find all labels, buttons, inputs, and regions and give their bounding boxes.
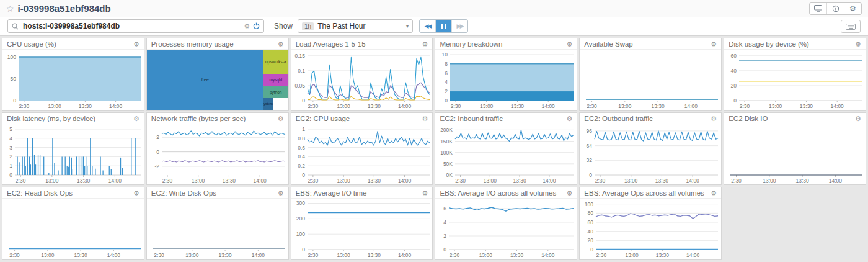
svg-text:0: 0 bbox=[302, 246, 305, 253]
forward-button[interactable]: ▶▶ bbox=[451, 20, 467, 32]
show-label: Show bbox=[274, 22, 293, 30]
gear-icon[interactable]: ⚙ bbox=[711, 190, 717, 197]
chart-area[interactable]: 2:3013:0013:3014:00 bbox=[724, 124, 866, 184]
svg-text:14:00: 14:00 bbox=[398, 252, 412, 258]
treemap-block[interactable]: free bbox=[147, 50, 264, 110]
chart-area[interactable]: freeopsworks-amysqldpythonsystemd bbox=[147, 50, 288, 110]
chart-area[interactable]: 02462:3013:0013:3014:00 bbox=[435, 199, 577, 259]
svg-text:14:00: 14:00 bbox=[253, 178, 267, 184]
svg-text:20: 20 bbox=[588, 237, 594, 243]
keyboard-icon[interactable] bbox=[841, 20, 861, 33]
chart-area[interactable]: 2:3013:0013:3014:00 bbox=[2, 199, 144, 259]
search-input[interactable] bbox=[22, 21, 241, 31]
info-icon[interactable] bbox=[826, 3, 844, 14]
gear-icon[interactable]: ⚙ bbox=[422, 41, 428, 48]
gear-icon[interactable]: ⚙ bbox=[133, 190, 140, 197]
gear-icon[interactable]: ⚙ bbox=[844, 3, 861, 14]
panel-header: Processes memory usage ⚙ bbox=[147, 38, 288, 50]
chart-panel: EC2: Outbound traffic ⚙ 03264962:3013:00… bbox=[579, 112, 722, 185]
svg-text:5: 5 bbox=[9, 126, 12, 132]
panel-title: EC2: Read Disk Ops bbox=[7, 189, 133, 197]
gear-icon[interactable]: ⚙ bbox=[133, 115, 140, 122]
timeframe-select[interactable]: 1h The Past Hour ▾ bbox=[298, 19, 413, 33]
svg-text:13:00: 13:00 bbox=[763, 178, 776, 184]
svg-text:0: 0 bbox=[733, 97, 737, 104]
treemap-block[interactable]: opsworks-a bbox=[264, 50, 288, 74]
gear-icon[interactable]: ⚙ bbox=[422, 115, 428, 122]
chart-area[interactable]: 00.050.10.152:3013:0013:3014:00 bbox=[291, 50, 433, 110]
treemap-block[interactable]: python bbox=[264, 86, 288, 97]
chart-panel: EC2: Inbound traffic ⚙ 0K50K100K150K200K… bbox=[435, 112, 577, 185]
treemap-block[interactable]: systemd bbox=[264, 98, 273, 110]
svg-text:2:30: 2:30 bbox=[456, 178, 466, 184]
timeframe-label: The Past Hour bbox=[317, 22, 402, 30]
chart-area[interactable]: 03264962:3013:0013:3014:00 bbox=[580, 124, 721, 184]
gear-icon[interactable]: ⚙ bbox=[855, 41, 861, 48]
svg-text:13:30: 13:30 bbox=[513, 178, 527, 184]
chart-area[interactable]: 2:3013:0013:3014:00 bbox=[580, 50, 721, 110]
chart-area[interactable]: 0123452:3013:0013:3014:00 bbox=[2, 124, 144, 184]
svg-text:40: 40 bbox=[731, 68, 737, 74]
svg-text:13:30: 13:30 bbox=[796, 178, 810, 184]
chart-panel: EC2: Read Disk Ops ⚙ 2:3013:0013:3014:00 bbox=[2, 187, 144, 260]
svg-text:0: 0 bbox=[302, 97, 305, 104]
gear-icon[interactable]: ⚙ bbox=[422, 190, 428, 197]
chart-area[interactable]: 00.20.40.60.812:3013:0013:3014:00 bbox=[291, 124, 433, 184]
svg-text:14:00: 14:00 bbox=[108, 178, 122, 184]
chart-area[interactable]: 0501002:3013:0013:3014:00 bbox=[2, 50, 144, 110]
svg-text:14:00: 14:00 bbox=[686, 178, 700, 184]
chart-area[interactable]: 0K50K100K150K200K2:3013:0013:3014:00 bbox=[435, 124, 577, 184]
chart-panel: EBS: Average Ops across all volumes ⚙ 02… bbox=[579, 187, 722, 260]
svg-text:0K: 0K bbox=[446, 172, 453, 178]
svg-text:13:30: 13:30 bbox=[655, 178, 669, 184]
svg-text:0: 0 bbox=[302, 172, 305, 178]
chart-area[interactable]: 01002003002:3013:0013:3014:00 bbox=[291, 199, 433, 259]
svg-text:200K: 200K bbox=[441, 127, 453, 133]
svg-text:4: 4 bbox=[445, 79, 448, 85]
gear-icon[interactable]: ⚙ bbox=[566, 190, 572, 197]
svg-text:2: 2 bbox=[444, 233, 447, 239]
treemap-block[interactable] bbox=[273, 98, 288, 110]
svg-text:13:00: 13:00 bbox=[41, 252, 55, 258]
search-settings-icon[interactable]: ⚙ bbox=[244, 23, 250, 30]
svg-text:200: 200 bbox=[296, 215, 304, 222]
gear-icon[interactable]: ⚙ bbox=[133, 41, 140, 48]
svg-text:100: 100 bbox=[7, 54, 16, 60]
panel-header: EC2: Outbound traffic ⚙ bbox=[580, 113, 721, 124]
panel-header: CPU usage (%) ⚙ bbox=[2, 38, 144, 50]
panel-title: EC2: Outbound traffic bbox=[584, 115, 711, 122]
chart-panel: Available Swap ⚙ 2:3013:0013:3014:00 bbox=[579, 38, 722, 111]
svg-text:8: 8 bbox=[445, 61, 448, 67]
svg-text:150K: 150K bbox=[441, 138, 453, 145]
svg-text:13:00: 13:00 bbox=[479, 252, 493, 258]
svg-text:14:00: 14:00 bbox=[398, 103, 412, 109]
gear-icon[interactable]: ⚙ bbox=[711, 41, 717, 48]
gear-icon[interactable]: ⚙ bbox=[278, 190, 284, 197]
pause-button[interactable] bbox=[435, 20, 451, 32]
favorite-star-icon[interactable]: ☆ bbox=[6, 4, 14, 13]
svg-text:13:30: 13:30 bbox=[77, 178, 91, 184]
rewind-button[interactable]: ◀◀ bbox=[420, 20, 435, 32]
gear-icon[interactable]: ⚙ bbox=[566, 41, 572, 48]
svg-text:50: 50 bbox=[11, 76, 17, 82]
power-refresh-icon[interactable] bbox=[253, 22, 260, 30]
gear-icon[interactable]: ⚙ bbox=[566, 115, 572, 122]
gear-icon[interactable]: ⚙ bbox=[855, 115, 861, 122]
chart-area[interactable]: 0204060801002:3013:0013:3014:00 bbox=[580, 199, 721, 259]
chart-panel: EC2: Write Disk Ops ⚙ 2:3013:0013:3014:0… bbox=[146, 187, 289, 260]
svg-text:0: 0 bbox=[445, 97, 448, 104]
chart-area[interactable]: 02468102:3013:0013:3014:00 bbox=[435, 50, 577, 110]
chart-area[interactable]: -2022:3013:0013:3014:00 bbox=[147, 124, 288, 184]
chart-area[interactable]: 02040602:3013:0013:3014:00 bbox=[724, 50, 866, 110]
svg-text:0.4: 0.4 bbox=[298, 153, 305, 160]
chart-area[interactable]: 2:3013:0013:3014:00 bbox=[147, 199, 288, 259]
svg-text:50K: 50K bbox=[443, 161, 453, 167]
panel-title: Disk usage by device (%) bbox=[728, 40, 855, 48]
gear-icon[interactable]: ⚙ bbox=[278, 41, 284, 48]
gear-icon[interactable]: ⚙ bbox=[711, 115, 717, 122]
svg-text:13:00: 13:00 bbox=[619, 103, 632, 109]
svg-text:0.6: 0.6 bbox=[298, 145, 305, 151]
monitor-icon[interactable] bbox=[810, 3, 826, 14]
gear-icon[interactable]: ⚙ bbox=[278, 115, 284, 122]
treemap-block[interactable]: mysqld bbox=[264, 74, 288, 86]
